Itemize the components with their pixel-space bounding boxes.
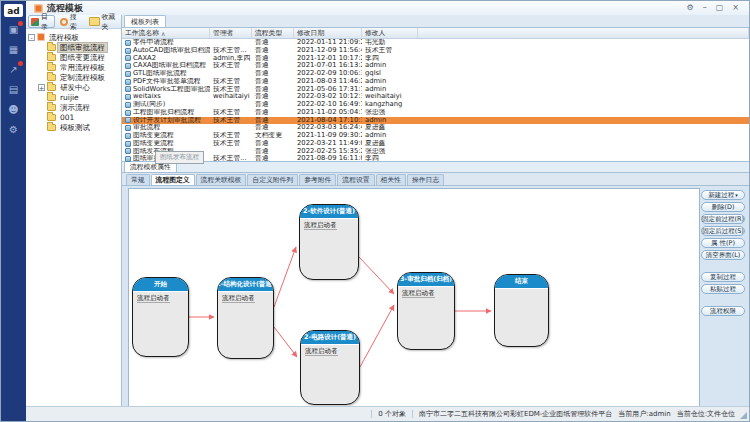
table-row[interactable]: AutoCAD图纸审批归档流程技术主管...普通2021-12-09 11:56… xyxy=(122,47,749,55)
delete-button[interactable]: 删除(D) xyxy=(701,202,745,212)
tree-item[interactable]: ruijie xyxy=(28,92,119,102)
table-row[interactable]: 工程图审批归档流程技术主管普通2021-11-02 05:04:17张忠强 xyxy=(122,109,749,117)
tree-item[interactable]: -流程模板 xyxy=(28,32,119,42)
cell-modified: 2021-05-06 17:31:16 xyxy=(294,86,362,94)
tab-4[interactable]: 参考附件 xyxy=(299,174,336,185)
rail-item-activity[interactable]: ↗ xyxy=(5,63,22,76)
rail-item-documents[interactable]: ▤ xyxy=(5,83,22,96)
flow-node-title: 2-软件设计(普通) xyxy=(300,205,358,219)
tree-item[interactable]: 模板测试 xyxy=(28,122,119,132)
rail-item-apps[interactable]: ▦ xyxy=(5,43,22,56)
maximize-icon[interactable]: ▢ xyxy=(716,4,724,12)
table-row[interactable]: GTL图纸审批流程普通2022-02-09 10:06:32gqlsl xyxy=(122,70,749,78)
flow-node[interactable]: 开始流程启动者 xyxy=(132,277,189,357)
properties-button[interactable]: 属 性(P) xyxy=(701,238,745,248)
workflow-icon xyxy=(125,148,131,154)
content-area: 目录搜索收藏夹 -流程模板图纸审批流程图纸变更流程常用流程模板定制流程模板+研发… xyxy=(26,15,749,407)
flow-node[interactable]: 1-结构化设计(普通)流程启动者 xyxy=(217,277,274,359)
table-row[interactable]: 测试(同步)普通2022-02-10 16:49:12kangzhang xyxy=(122,101,749,109)
column-header-2[interactable]: 流程类型 xyxy=(252,28,294,38)
flow-node[interactable]: 结束 xyxy=(494,274,549,347)
column-header-0[interactable]: 工作流名称∧ xyxy=(122,28,210,38)
workflow-name: 审批流程 xyxy=(133,124,160,132)
template-list-panel: 模板列表 工作流名称∧管理者流程类型修改日期修改人 零件申请流程普通2022-0… xyxy=(122,15,749,161)
table-header: 工作流名称∧管理者流程类型修改日期修改人 xyxy=(122,28,749,39)
cell-modified: 2021-12-09 11:56:41 xyxy=(294,47,362,55)
rail-item-users[interactable]: ☻ xyxy=(5,103,22,116)
left-rail: ad ▣▦↗▤☻⚙ xyxy=(1,1,26,421)
rail-item-settings-gear[interactable]: ⚙ xyxy=(5,123,22,136)
column-header-3[interactable]: 修改日期 xyxy=(294,28,362,38)
tree-item-label: 001 xyxy=(58,113,76,122)
column-header-4[interactable]: 修改人 xyxy=(362,28,418,38)
cell-editor: weihaitaiyi xyxy=(362,93,418,101)
flow-canvas[interactable]: 开始流程启动者1-结构化设计(普通)流程启动者2-软件设计(普通)流程启动者2-… xyxy=(128,188,700,411)
expand-icon[interactable]: + xyxy=(38,84,45,91)
folder-icon xyxy=(47,74,56,81)
main-area: 模板列表 工作流名称∧管理者流程类型修改日期修改人 零件申请流程普通2022-0… xyxy=(122,15,749,407)
cell-name: CAXA图纸审批归档流程 xyxy=(122,62,210,70)
table-row[interactable]: 图纸变更流程技术主管文档变更2021-11-09 09:30:26admin xyxy=(122,132,749,140)
flow-node-owner-label: 流程启动者 xyxy=(137,294,170,303)
toolbar-button-0[interactable]: 目录 xyxy=(28,15,55,28)
workflow-icon xyxy=(125,86,131,92)
table-row[interactable]: CAXA2admin,李四普通2021-12-01 10:17:29李四 xyxy=(122,55,749,63)
new-process-button[interactable]: 新建过程▾ xyxy=(701,190,745,200)
tree-item[interactable]: 定制流程模板 xyxy=(28,72,119,82)
tab-6[interactable]: 相关性 xyxy=(376,174,406,185)
copy-process-button[interactable]: 复制过程 xyxy=(701,272,745,282)
tab-0[interactable]: 常规 xyxy=(126,174,150,185)
tab-5[interactable]: 流程设置 xyxy=(337,174,374,185)
tree-item[interactable]: 图纸审批流程 xyxy=(28,42,119,52)
table-row[interactable]: 图纸审批技术主管...普通2021-08-09 16:11:06李四 xyxy=(122,155,749,163)
paste-process-button[interactable]: 粘贴过程 xyxy=(701,284,745,294)
tree-item[interactable]: 演示流程 xyxy=(28,102,119,112)
tab-template-list[interactable]: 模板列表 xyxy=(124,15,166,27)
flow-node[interactable]: 2-电路设计(普通)流程启动者 xyxy=(300,330,360,405)
collapse-icon[interactable]: - xyxy=(28,34,35,41)
flow-node[interactable]: 2-软件设计(普通)流程启动者 xyxy=(299,204,359,280)
table-row[interactable]: PDF文件审批签章流程技术主管普通2021-08-03 11:46:21admi… xyxy=(122,78,749,86)
fix-previous-process-button[interactable]: 固定前过程(R) xyxy=(701,214,745,224)
tab-1[interactable]: 流程图定义 xyxy=(151,174,195,185)
table-body: 零件申请流程普通2022-01-11 21:09:29韦光勤AutoCAD图纸审… xyxy=(122,39,749,163)
toolbar-button-1[interactable]: 搜索 xyxy=(57,15,84,28)
cell-modified: 2021-08-09 16:11:06 xyxy=(294,155,362,163)
toolbar-button-2[interactable]: 收藏夹 xyxy=(86,15,121,28)
tab-3[interactable]: 自定义附件列 xyxy=(247,174,298,185)
cell-name: SolidWorks工程图审批流程 xyxy=(122,86,210,94)
sort-asc-icon: ∧ xyxy=(161,30,165,37)
tree-item[interactable]: 常用流程模板 xyxy=(28,62,119,72)
fix-next-process-button[interactable]: 固定后过程(S) xyxy=(701,226,745,236)
table-row[interactable]: CAXA图纸审批归档流程技术主管普通2021-07-01 16:13:21adm… xyxy=(122,62,749,70)
flow-node-body: 流程启动者 xyxy=(398,287,454,300)
status-separator xyxy=(371,410,372,418)
flow-node-body: 流程启动者 xyxy=(300,219,358,232)
column-header-1[interactable]: 管理者 xyxy=(210,28,252,38)
table-row[interactable]: 设计开发计划审批流程技术主管普通2021-08-04 17:10:36admin xyxy=(122,117,749,125)
settings-icon[interactable]: ⚙ xyxy=(687,4,694,12)
table-row[interactable]: SolidWorks工程图审批流程技术主管普通2021-05-06 17:31:… xyxy=(122,86,749,94)
tree-item[interactable]: 图纸变更流程 xyxy=(28,52,119,62)
rail-item-desktop[interactable]: ▣ xyxy=(5,23,22,36)
cell-type: 普通 xyxy=(252,47,294,55)
tree-item[interactable]: 001 xyxy=(28,112,119,122)
cell-editor: 夏进鑫 xyxy=(362,140,418,148)
cell-type: 普通 xyxy=(252,117,294,125)
table-row[interactable]: 图纸变更流程技术主管普通2022-03-21 11:49:05夏进鑫 xyxy=(122,140,749,148)
tree-item[interactable]: +研发中心 xyxy=(28,82,119,92)
process-permissions-button[interactable]: 流程权限 xyxy=(701,306,745,316)
clear-canvas-button[interactable]: 清空界面(L) xyxy=(701,250,745,260)
table-row[interactable]: 图纸发布流程普通2022-02-25 15:35:27张忠强 xyxy=(122,148,749,156)
flow-node[interactable]: 3-审批归档(归档)流程启动者 xyxy=(397,272,455,350)
tab-7[interactable]: 操作日志 xyxy=(407,174,444,185)
minimize-icon[interactable]: – xyxy=(703,4,707,12)
cell-name: 设计开发计划审批流程 xyxy=(122,117,210,125)
resize-grip-icon[interactable] xyxy=(740,412,747,419)
table-row[interactable]: 审批流程普通2022-03-03 16:24:40夏进鑫 xyxy=(122,124,749,132)
workflow-name: CAXA图纸审批归档流程 xyxy=(133,62,206,70)
tab-2[interactable]: 流程关联模板 xyxy=(196,174,247,185)
table-row[interactable]: 零件申请流程普通2022-01-11 21:09:29韦光勤 xyxy=(122,39,749,47)
close-icon[interactable]: × xyxy=(732,4,739,12)
table-row[interactable]: weitaixsweihaitaiyi普通2022-03-02 10:12:36… xyxy=(122,93,749,101)
